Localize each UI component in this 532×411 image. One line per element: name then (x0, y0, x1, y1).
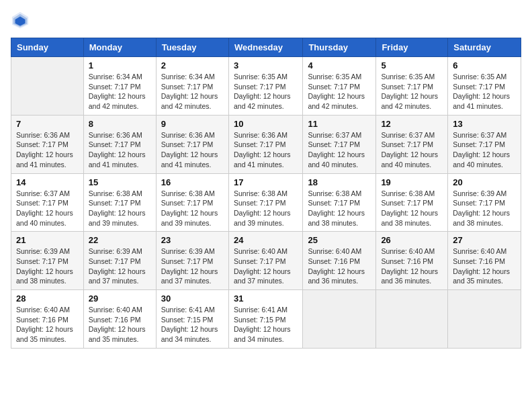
day-number: 15 (89, 177, 151, 187)
calendar-body: 1Sunrise: 6:34 AMSunset: 7:17 PMDaylight… (11, 57, 521, 349)
calendar-table: SundayMondayTuesdayWednesdayThursdayFrid… (11, 38, 521, 349)
day-info: Sunrise: 6:38 AMSunset: 7:17 PMDaylight:… (161, 189, 224, 228)
day-info: Sunrise: 6:40 AMSunset: 7:16 PMDaylight:… (16, 305, 79, 345)
calendar-cell: 21Sunrise: 6:39 AMSunset: 7:17 PMDayligh… (11, 232, 84, 290)
day-number: 16 (161, 177, 224, 187)
day-info: Sunrise: 6:40 AMSunset: 7:17 PMDaylight:… (234, 246, 298, 286)
day-info: Sunrise: 6:38 AMSunset: 7:17 PMDaylight:… (308, 189, 371, 228)
calendar-cell: 13Sunrise: 6:37 AMSunset: 7:17 PMDayligh… (448, 115, 521, 173)
column-header-wednesday: Wednesday (228, 38, 302, 57)
calendar-cell (303, 290, 376, 349)
day-number: 12 (381, 119, 443, 129)
day-number: 22 (89, 235, 151, 245)
day-info: Sunrise: 6:40 AMSunset: 7:16 PMDaylight:… (89, 305, 151, 345)
calendar-cell: 30Sunrise: 6:41 AMSunset: 7:15 PMDayligh… (156, 290, 228, 349)
calendar-cell: 6Sunrise: 6:35 AMSunset: 7:17 PMDaylight… (448, 57, 521, 116)
calendar-cell: 1Sunrise: 6:34 AMSunset: 7:17 PMDaylight… (83, 57, 156, 116)
day-info: Sunrise: 6:40 AMSunset: 7:16 PMDaylight:… (381, 246, 443, 286)
calendar-cell: 18Sunrise: 6:38 AMSunset: 7:17 PMDayligh… (303, 173, 376, 232)
day-number: 18 (308, 177, 371, 187)
day-info: Sunrise: 6:38 AMSunset: 7:17 PMDaylight:… (89, 189, 151, 228)
day-number: 23 (161, 235, 224, 245)
day-number: 21 (16, 235, 79, 245)
column-header-saturday: Saturday (448, 38, 521, 57)
calendar-cell: 19Sunrise: 6:38 AMSunset: 7:17 PMDayligh… (376, 173, 448, 232)
calendar-cell: 11Sunrise: 6:37 AMSunset: 7:17 PMDayligh… (303, 115, 376, 173)
calendar-cell: 2Sunrise: 6:34 AMSunset: 7:17 PMDaylight… (156, 57, 228, 116)
calendar-cell: 14Sunrise: 6:37 AMSunset: 7:17 PMDayligh… (11, 173, 84, 232)
calendar-week-row: 14Sunrise: 6:37 AMSunset: 7:17 PMDayligh… (11, 173, 521, 232)
calendar-week-row: 28Sunrise: 6:40 AMSunset: 7:16 PMDayligh… (11, 290, 521, 349)
day-info: Sunrise: 6:39 AMSunset: 7:17 PMDaylight:… (161, 246, 224, 286)
day-number: 31 (234, 293, 298, 304)
column-header-tuesday: Tuesday (156, 38, 228, 57)
day-info: Sunrise: 6:35 AMSunset: 7:17 PMDaylight:… (453, 72, 516, 111)
day-number: 19 (381, 177, 443, 187)
day-info: Sunrise: 6:40 AMSunset: 7:16 PMDaylight:… (453, 246, 516, 286)
calendar-cell: 17Sunrise: 6:38 AMSunset: 7:17 PMDayligh… (228, 173, 302, 232)
calendar-week-row: 21Sunrise: 6:39 AMSunset: 7:17 PMDayligh… (11, 232, 521, 290)
day-number: 17 (234, 177, 298, 187)
day-number: 29 (89, 293, 151, 304)
day-info: Sunrise: 6:34 AMSunset: 7:17 PMDaylight:… (161, 72, 224, 111)
day-number: 13 (453, 119, 516, 129)
calendar-cell: 24Sunrise: 6:40 AMSunset: 7:17 PMDayligh… (228, 232, 302, 290)
calendar-week-row: 7Sunrise: 6:36 AMSunset: 7:17 PMDaylight… (11, 115, 521, 173)
calendar-cell: 5Sunrise: 6:35 AMSunset: 7:17 PMDaylight… (376, 57, 448, 116)
logo-icon (11, 11, 30, 30)
day-info: Sunrise: 6:37 AMSunset: 7:17 PMDaylight:… (308, 130, 371, 170)
day-info: Sunrise: 6:37 AMSunset: 7:17 PMDaylight:… (453, 130, 516, 170)
column-header-sunday: Sunday (11, 38, 84, 57)
logo (11, 11, 32, 30)
calendar-cell: 12Sunrise: 6:37 AMSunset: 7:17 PMDayligh… (376, 115, 448, 173)
calendar-cell: 23Sunrise: 6:39 AMSunset: 7:17 PMDayligh… (156, 232, 228, 290)
day-info: Sunrise: 6:37 AMSunset: 7:17 PMDaylight:… (381, 130, 443, 170)
day-info: Sunrise: 6:39 AMSunset: 7:17 PMDaylight:… (453, 189, 516, 228)
day-number: 25 (308, 235, 371, 245)
day-info: Sunrise: 6:34 AMSunset: 7:17 PMDaylight:… (89, 72, 151, 111)
day-number: 14 (16, 177, 79, 187)
calendar-cell: 8Sunrise: 6:36 AMSunset: 7:17 PMDaylight… (83, 115, 156, 173)
day-info: Sunrise: 6:37 AMSunset: 7:17 PMDaylight:… (16, 189, 79, 228)
page-header (11, 11, 521, 30)
calendar-header-row: SundayMondayTuesdayWednesdayThursdayFrid… (11, 38, 521, 57)
day-number: 5 (381, 60, 443, 71)
day-number: 30 (161, 293, 224, 304)
calendar-cell: 9Sunrise: 6:36 AMSunset: 7:17 PMDaylight… (156, 115, 228, 173)
calendar-week-row: 1Sunrise: 6:34 AMSunset: 7:17 PMDaylight… (11, 57, 521, 116)
day-number: 6 (453, 60, 516, 71)
day-number: 28 (16, 293, 79, 304)
day-info: Sunrise: 6:36 AMSunset: 7:17 PMDaylight:… (161, 130, 224, 170)
day-info: Sunrise: 6:36 AMSunset: 7:17 PMDaylight:… (234, 130, 298, 170)
day-number: 7 (16, 119, 79, 129)
day-info: Sunrise: 6:40 AMSunset: 7:16 PMDaylight:… (308, 246, 371, 286)
column-header-thursday: Thursday (303, 38, 376, 57)
calendar-cell (448, 290, 521, 349)
day-info: Sunrise: 6:39 AMSunset: 7:17 PMDaylight:… (89, 246, 151, 286)
day-number: 20 (453, 177, 516, 187)
column-header-monday: Monday (83, 38, 156, 57)
calendar-cell: 22Sunrise: 6:39 AMSunset: 7:17 PMDayligh… (83, 232, 156, 290)
day-number: 27 (453, 235, 516, 245)
day-info: Sunrise: 6:35 AMSunset: 7:17 PMDaylight:… (234, 72, 298, 111)
calendar-cell: 31Sunrise: 6:41 AMSunset: 7:15 PMDayligh… (228, 290, 302, 349)
calendar-cell: 7Sunrise: 6:36 AMSunset: 7:17 PMDaylight… (11, 115, 84, 173)
day-info: Sunrise: 6:35 AMSunset: 7:17 PMDaylight:… (381, 72, 443, 111)
day-number: 9 (161, 119, 224, 129)
calendar-cell: 26Sunrise: 6:40 AMSunset: 7:16 PMDayligh… (376, 232, 448, 290)
column-header-friday: Friday (376, 38, 448, 57)
calendar-cell: 16Sunrise: 6:38 AMSunset: 7:17 PMDayligh… (156, 173, 228, 232)
calendar-cell (376, 290, 448, 349)
day-number: 3 (234, 60, 298, 71)
calendar-cell: 15Sunrise: 6:38 AMSunset: 7:17 PMDayligh… (83, 173, 156, 232)
day-number: 2 (161, 60, 224, 71)
day-info: Sunrise: 6:39 AMSunset: 7:17 PMDaylight:… (16, 246, 79, 286)
day-number: 24 (234, 235, 298, 245)
day-number: 8 (89, 119, 151, 129)
day-info: Sunrise: 6:38 AMSunset: 7:17 PMDaylight:… (234, 189, 298, 228)
calendar-cell: 10Sunrise: 6:36 AMSunset: 7:17 PMDayligh… (228, 115, 302, 173)
day-info: Sunrise: 6:35 AMSunset: 7:17 PMDaylight:… (308, 72, 371, 111)
day-info: Sunrise: 6:41 AMSunset: 7:15 PMDaylight:… (161, 305, 224, 345)
calendar-cell: 3Sunrise: 6:35 AMSunset: 7:17 PMDaylight… (228, 57, 302, 116)
calendar-cell (11, 57, 84, 116)
